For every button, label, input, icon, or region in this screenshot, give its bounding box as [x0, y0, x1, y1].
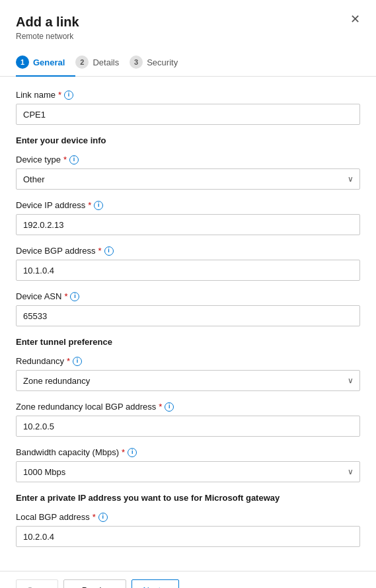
zone-bgp-label: Zone redundancy local BGP address * i [16, 402, 360, 412]
device-asn-label: Device ASN * i [16, 291, 360, 301]
modal-footer: Save < Previous Next > [0, 571, 376, 588]
link-name-required: * [58, 90, 61, 100]
local-bgp-group: Local BGP address * i [16, 512, 360, 547]
device-ip-input[interactable] [16, 214, 360, 235]
device-asn-input[interactable] [16, 305, 360, 326]
modal-title: Add a link [16, 13, 360, 30]
device-asn-group: Device ASN * i [16, 291, 360, 326]
tab-security-label: Security [147, 57, 178, 67]
device-ip-label: Device IP address * i [16, 200, 360, 210]
local-bgp-info-icon[interactable]: i [98, 513, 108, 522]
zone-bgp-info-icon[interactable]: i [165, 402, 174, 412]
section1-header: Enter your device info [16, 135, 360, 145]
link-name-info-icon[interactable]: i [64, 91, 73, 100]
redundancy-group: Redundancy * i Zone redundancy No redund… [16, 356, 360, 391]
device-bgp-input[interactable] [16, 260, 360, 281]
close-button[interactable]: ✕ [345, 11, 365, 28]
device-asn-required: * [64, 291, 67, 301]
next-button[interactable]: Next > [132, 579, 179, 588]
device-type-select[interactable]: Other Cisco Juniper Palo Alto [16, 168, 360, 190]
device-type-info-icon[interactable]: i [69, 155, 79, 165]
tab-general[interactable]: 1 General [16, 50, 75, 77]
tab-details-number: 2 [75, 55, 89, 69]
device-bgp-group: Device BGP address * i [16, 246, 360, 281]
section3-header: Enter a private IP address you want to u… [16, 493, 360, 503]
modal-header: Add a link Remote network ✕ [0, 0, 376, 41]
bandwidth-label: Bandwidth capacity (Mbps) * i [16, 447, 360, 457]
bandwidth-info-icon[interactable]: i [128, 448, 137, 457]
section2-header: Enter tunnel preference [16, 337, 360, 347]
modal-subtitle: Remote network [16, 32, 360, 41]
zone-bgp-required: * [159, 402, 162, 412]
redundancy-required: * [67, 356, 70, 366]
redundancy-label: Redundancy * i [16, 356, 360, 366]
previous-button[interactable]: < Previous [63, 579, 127, 588]
device-bgp-required: * [98, 246, 101, 256]
device-bgp-info-icon[interactable]: i [104, 246, 114, 256]
link-name-group: Link name * i [16, 90, 360, 125]
device-asn-info-icon[interactable]: i [70, 292, 79, 301]
device-type-group: Device type * i Other Cisco Juniper Palo… [16, 155, 360, 190]
device-ip-info-icon[interactable]: i [94, 201, 103, 210]
bandwidth-select-wrapper: 500 Mbps 1000 Mbps 2000 Mbps ∨ [16, 461, 360, 482]
tab-security[interactable]: 3 Security [130, 50, 188, 77]
device-ip-required: * [88, 200, 91, 210]
redundancy-select-wrapper: Zone redundancy No redundancy ∨ [16, 370, 360, 391]
tab-details-label: Details [93, 57, 119, 67]
redundancy-info-icon[interactable]: i [73, 357, 82, 366]
device-type-select-wrapper: Other Cisco Juniper Palo Alto ∨ [16, 168, 360, 190]
local-bgp-label: Local BGP address * i [16, 512, 360, 522]
local-bgp-input[interactable] [16, 526, 360, 547]
tab-general-label: General [33, 57, 65, 67]
modal-body: Link name * i Enter your device info Dev… [0, 77, 376, 571]
tab-bar: 1 General 2 Details 3 Security [0, 41, 376, 77]
link-name-label: Link name * i [16, 90, 360, 100]
local-bgp-required: * [93, 512, 96, 522]
bandwidth-select[interactable]: 500 Mbps 1000 Mbps 2000 Mbps [16, 461, 360, 482]
tab-security-number: 3 [130, 55, 143, 69]
tab-general-number: 1 [16, 55, 29, 69]
save-button[interactable]: Save [16, 579, 58, 588]
zone-bgp-input[interactable] [16, 416, 360, 437]
tab-details[interactable]: 2 Details [75, 50, 130, 77]
bandwidth-required: * [122, 447, 125, 457]
redundancy-select[interactable]: Zone redundancy No redundancy [16, 370, 360, 391]
device-ip-group: Device IP address * i [16, 200, 360, 235]
device-type-label: Device type * i [16, 155, 360, 165]
device-bgp-label: Device BGP address * i [16, 246, 360, 256]
add-link-modal: Add a link Remote network ✕ 1 General 2 … [0, 0, 376, 588]
bandwidth-group: Bandwidth capacity (Mbps) * i 500 Mbps 1… [16, 447, 360, 482]
link-name-input[interactable] [16, 104, 360, 125]
device-type-required: * [63, 155, 67, 165]
zone-bgp-group: Zone redundancy local BGP address * i [16, 402, 360, 437]
